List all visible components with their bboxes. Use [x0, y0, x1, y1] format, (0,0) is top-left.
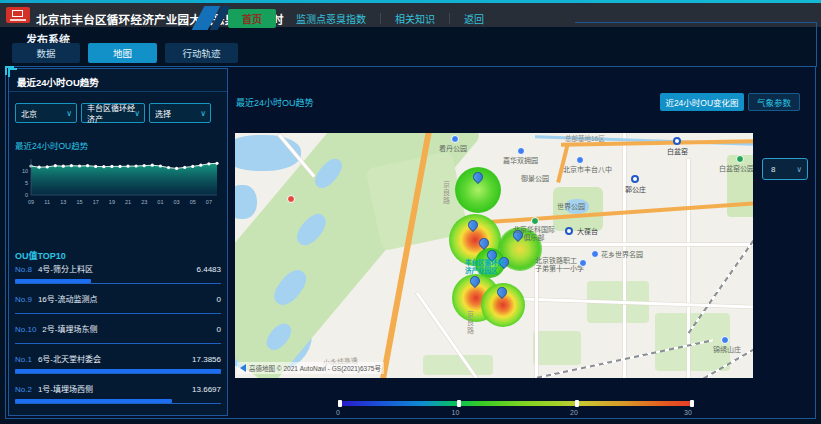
top-list-row: No.21号-填埋场西侧13.6697: [15, 383, 221, 411]
tab-track[interactable]: 行动轨迹: [165, 43, 238, 63]
metro-icon: [565, 227, 573, 235]
svg-text:15: 15: [76, 199, 82, 205]
legend-marker: [690, 400, 694, 407]
nav-item-knowledge[interactable]: 相关知识: [381, 11, 449, 26]
heatmap-map[interactable]: 看丹公园 嘉华双拥园 御景公园 世界公园 北京华科国际俱乐部 北京铁路职工子弟第…: [235, 133, 753, 378]
svg-text:0: 0: [25, 192, 28, 198]
svg-text:17: 17: [93, 199, 99, 205]
ou-change-chart-button[interactable]: 近24小时OU变化图: [660, 93, 744, 111]
legend-tick: 30: [684, 409, 692, 416]
city-select[interactable]: 北京 ∨: [15, 103, 77, 123]
main-nav: 首页 监测点恶臭指数 相关知识 返回: [228, 6, 498, 30]
divider: [9, 91, 227, 92]
rank-label: No.9: [15, 295, 32, 304]
metro-icon: [673, 137, 681, 145]
value-bar-track: [15, 278, 221, 284]
rank-label: No.2: [15, 385, 32, 394]
top-list-row: No.102号-填埋场东侧0: [15, 323, 221, 351]
ou-value: 0: [217, 325, 221, 334]
value-bar: [15, 369, 221, 373]
nav-item-home[interactable]: 首页: [228, 9, 276, 28]
site-name: 4号-筛分上料区: [38, 263, 197, 274]
site-area-label: 丰台区循环经济产业园区: [465, 259, 504, 275]
svg-text:10: 10: [22, 168, 28, 174]
value-bar-track: [15, 308, 221, 314]
city-select-value: 北京: [21, 108, 37, 119]
map-label: 嘉华双拥园: [503, 157, 538, 165]
weather-params-button[interactable]: 气象参数: [748, 93, 800, 111]
trend-chart-label: 最近24小时OU趋势: [15, 139, 88, 151]
park-select[interactable]: 丰台区循环经济产 ∨: [81, 103, 145, 123]
school-icon: [576, 156, 584, 164]
frame-line-right: [816, 22, 817, 67]
map-label: 北京市丰台八中: [563, 166, 612, 174]
map-provider-icon: [240, 364, 246, 372]
ou-value: 13.6697: [192, 385, 221, 394]
legend-tick: 10: [452, 409, 460, 416]
map-label: 花乡世界名园: [601, 251, 643, 259]
ou-trend-chart: 0510091113151719212301030507: [11, 153, 223, 211]
park-icon: [287, 195, 295, 203]
tab-map[interactable]: 地图: [88, 43, 157, 63]
map-attribution: 高德地图 © 2021 AutoNavi - GS(2021)6375号: [237, 362, 384, 374]
nav-item-odor-index[interactable]: 监测点恶臭指数: [282, 11, 380, 26]
site-name: 16号-流动监测点: [38, 293, 217, 304]
value-bar-track: [15, 398, 221, 404]
logo-bar: [10, 19, 26, 21]
hour-select-value: 8: [771, 165, 775, 174]
rank-label: No.1: [15, 355, 32, 364]
logo-glyph: [12, 10, 23, 17]
nav-item-back[interactable]: 返回: [450, 11, 498, 26]
svg-text:05: 05: [190, 199, 196, 205]
svg-text:21: 21: [125, 199, 131, 205]
park-select-value: 丰台区循环经济产: [87, 102, 139, 124]
park-icon: [591, 250, 599, 258]
app-logo-icon: [6, 7, 30, 23]
metro-label: 白盆窑: [667, 148, 688, 156]
map-label: 御景公园: [521, 175, 549, 183]
svg-text:19: 19: [109, 199, 115, 205]
map-label: 锦绣山庄: [713, 346, 741, 354]
villa-icon: [721, 336, 729, 344]
svg-text:13: 13: [60, 199, 66, 205]
frame-line-top: [575, 22, 817, 23]
panel-corner-accent: [8, 68, 17, 77]
ou-value: 17.3856: [192, 355, 221, 364]
map-label: 北京华科国际俱乐部: [513, 226, 555, 243]
tab-data[interactable]: 数据: [12, 43, 80, 63]
ou-value: 6.4483: [197, 265, 221, 274]
left-trend-panel: 最近24小时OU趋势 北京 ∨ 丰台区循环经济产 ∨ 选择 ∨ 最近24小时OU…: [8, 68, 228, 416]
chevron-down-icon: ∨: [200, 109, 206, 118]
top-list-row: No.84号-筛分上料区6.4483: [15, 263, 221, 291]
map-label: 世界公园: [557, 203, 585, 211]
hour-select[interactable]: 8 ∨: [762, 158, 808, 180]
ou-top-list-title: OU值TOP10: [15, 249, 66, 262]
left-panel-title: 最近24小时OU趋势: [17, 75, 99, 89]
rank-label: No.8: [15, 265, 32, 274]
value-bar-track: [15, 368, 221, 374]
value-bar: [15, 399, 172, 403]
svg-text:09: 09: [28, 199, 34, 205]
svg-text:01: 01: [157, 199, 163, 205]
map-label: 白盆窑公园: [719, 165, 753, 173]
metro-label: 郭公庄: [625, 186, 646, 194]
legend-marker: [338, 400, 342, 407]
svg-text:07: 07: [206, 199, 212, 205]
heat-legend-gradient: 0 10 20 30: [338, 401, 694, 406]
legend-tick: 0: [336, 409, 340, 416]
legend-marker: [457, 400, 461, 407]
value-bar-track: [15, 338, 221, 344]
ou-value: 0: [217, 295, 221, 304]
dashboard-root: 北京市丰台区循环经济产业园大气恶臭状况实时 首页 监测点恶臭指数 相关知识 返回…: [0, 0, 821, 424]
rank-label: No.10: [15, 325, 36, 334]
top-list-row: No.16号-北天堂村委会17.3856: [15, 353, 221, 381]
header-bar: 北京市丰台区循环经济产业园大气恶臭状况实时 首页 监测点恶臭指数 相关知识 返回: [0, 3, 821, 27]
road-label: 京良路: [441, 181, 449, 205]
park-icon: [517, 147, 525, 155]
site-select[interactable]: 选择 ∨: [149, 103, 211, 123]
site-name: 6号-北天堂村委会: [38, 353, 192, 364]
value-bar: [15, 279, 91, 283]
svg-text:23: 23: [141, 199, 147, 205]
map-label: 总部基地16区: [565, 135, 605, 143]
school-icon: [579, 259, 587, 267]
